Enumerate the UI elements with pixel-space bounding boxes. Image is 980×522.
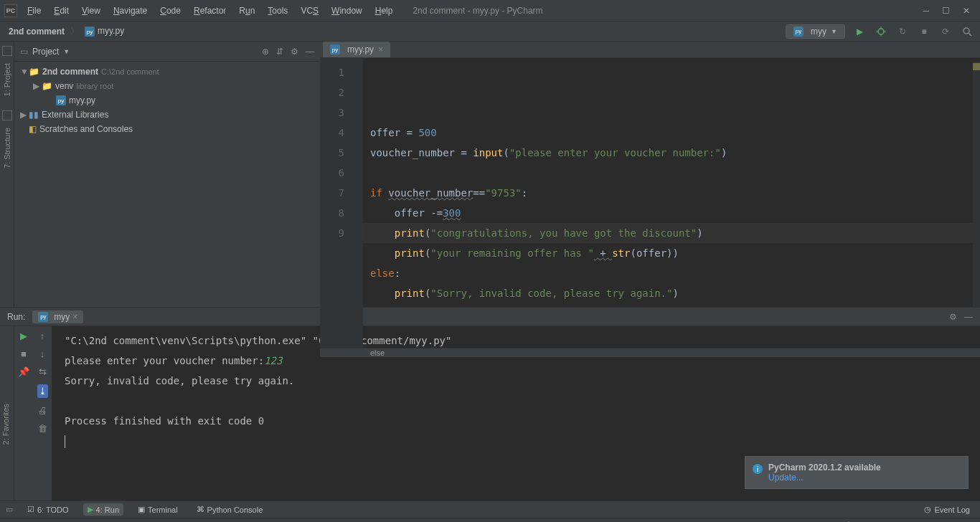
- tab-python-console[interactable]: ⌘Python Console: [192, 503, 268, 516]
- minimize-button[interactable]: ─: [923, 6, 929, 16]
- stop-button[interactable]: ■: [917, 24, 931, 39]
- svg-line-6: [969, 33, 971, 36]
- stripe-structure[interactable]: 7: Structure: [1, 122, 13, 174]
- breadcrumb-separator: 〉: [70, 25, 79, 37]
- project-tree[interactable]: ▼ 📁 2nd comment C:\2nd comment ▶ 📁 venv …: [14, 62, 320, 139]
- run-tab-label: myy: [54, 312, 70, 322]
- close-icon[interactable]: ×: [72, 312, 77, 322]
- menu-view[interactable]: View: [76, 3, 106, 19]
- notification-update-link[interactable]: Update...: [768, 473, 881, 483]
- toolbar-right: py myy ▼ ▶ ↻ ■ ⟳: [786, 24, 974, 39]
- menu-edit[interactable]: Edit: [48, 3, 75, 19]
- chevron-down-icon[interactable]: ▼: [63, 48, 70, 55]
- line-number-gutter: 123456789: [320, 58, 350, 348]
- notification-title: PyCharm 2020.1.2 available: [768, 462, 881, 473]
- breadcrumb: 2nd comment 〉 pymyy.py: [6, 24, 786, 39]
- menu-refactor[interactable]: Refactor: [188, 3, 232, 19]
- menu-help[interactable]: Help: [369, 3, 399, 19]
- bottom-tool-stripe: ▭ ☑6: TODO ▶4: Run ▣Terminal ⌘Python Con…: [0, 500, 980, 518]
- print-icon[interactable]: 🖨: [38, 405, 47, 416]
- status-bar: ▭ PyCharm 2020.1.2 available: // Update.…: [0, 518, 980, 522]
- window-title: 2nd comment - myy.py - PyCharm: [413, 6, 923, 16]
- collapse-icon[interactable]: ⇵: [276, 47, 283, 57]
- run-button[interactable]: ▶: [852, 24, 867, 39]
- tab-event-log[interactable]: ◷Event Log: [920, 503, 974, 516]
- venv-label: venv: [55, 81, 73, 91]
- python-file-icon: py: [56, 95, 66, 105]
- menu-navigate[interactable]: Navigate: [108, 3, 153, 19]
- soft-wrap-icon[interactable]: ⇆: [39, 366, 47, 377]
- run-config-selector[interactable]: py myy ▼: [786, 24, 845, 39]
- tree-venv[interactable]: ▶ 📁 venv library root: [14, 79, 320, 93]
- chevron-down-icon: ▼: [831, 28, 837, 35]
- menu-file[interactable]: File: [22, 3, 47, 19]
- maximize-button[interactable]: ☐: [942, 6, 950, 16]
- file-name: myy.py: [69, 95, 95, 105]
- tree-scratches[interactable]: ◧ Scratches and Consoles: [14, 122, 320, 136]
- python-file-icon: py: [330, 44, 340, 54]
- run-with-coverage-button[interactable]: ↻: [895, 24, 910, 39]
- close-button[interactable]: ✕: [963, 6, 970, 16]
- down-icon[interactable]: ↓: [40, 348, 45, 359]
- hide-panel-icon[interactable]: —: [306, 47, 314, 57]
- run-config-name: myy: [811, 27, 826, 37]
- tree-arrow-collapsed[interactable]: ▶: [33, 81, 42, 91]
- project-panel-header: ▭ Project ▼ ⊕ ⇵ ⚙ —: [14, 42, 320, 62]
- editor-body[interactable]: 123456789 offer = 500voucher_number = in…: [320, 58, 980, 348]
- menu-tools[interactable]: Tools: [262, 3, 293, 19]
- left-tool-stripe: 1: Project 7: Structure: [0, 42, 14, 307]
- project-panel-title[interactable]: Project: [32, 47, 59, 57]
- warning-marker[interactable]: [973, 63, 980, 70]
- scroll-to-end-icon[interactable]: ⤓: [37, 384, 48, 398]
- stop-button[interactable]: ■: [21, 348, 27, 359]
- code-area[interactable]: offer = 500voucher_number = input("pleas…: [363, 58, 980, 348]
- tab-todo[interactable]: ☑6: TODO: [23, 503, 73, 516]
- breadcrumb-file[interactable]: pymyy.py: [82, 24, 127, 39]
- tab-run[interactable]: ▶4: Run: [83, 503, 123, 516]
- python-file-icon: py: [85, 27, 95, 37]
- editor-breadcrumb[interactable]: else: [320, 348, 980, 357]
- menu-code[interactable]: Code: [154, 3, 187, 19]
- main-area: 1: Project 7: Structure ▭ Project ▼ ⊕ ⇵ …: [0, 42, 980, 307]
- tree-arrow-expanded[interactable]: ▼: [20, 67, 29, 77]
- run-label: Run:: [7, 312, 25, 322]
- editor-tab-myy[interactable]: py myy.py ×: [323, 42, 390, 57]
- project-stripe-icon[interactable]: [2, 46, 12, 56]
- error-stripe[interactable]: [973, 62, 980, 307]
- menu-vcs[interactable]: VCS: [295, 3, 324, 19]
- locate-icon[interactable]: ⊕: [262, 47, 269, 57]
- tree-arrow-collapsed[interactable]: ▶: [20, 110, 29, 120]
- notification-balloon[interactable]: i PyCharm 2020.1.2 available Update...: [745, 456, 969, 489]
- python-icon: py: [793, 27, 804, 37]
- settings-icon[interactable]: ⚙: [291, 47, 298, 57]
- app-icon: PC: [4, 4, 17, 17]
- tree-file-myy[interactable]: py myy.py: [14, 93, 320, 108]
- tree-project-root[interactable]: ▼ 📁 2nd comment C:\2nd comment: [14, 65, 320, 79]
- bottom-stripe-icon[interactable]: ▭: [6, 505, 13, 514]
- tab-terminal[interactable]: ▣Terminal: [133, 503, 182, 516]
- titlebar: PC File Edit View Navigate Code Refactor…: [0, 0, 980, 22]
- gutter-marks: [350, 58, 363, 348]
- editor-tab-label: myy.py: [347, 44, 374, 54]
- scratch-icon: ◧: [29, 124, 37, 134]
- library-icon: ▮▮: [29, 110, 39, 120]
- menu-window[interactable]: Window: [326, 3, 368, 19]
- stripe-favorites[interactable]: 2: Favorites: [0, 398, 11, 450]
- breadcrumb-project[interactable]: 2nd comment: [6, 25, 67, 38]
- structure-stripe-icon[interactable]: [2, 110, 12, 120]
- search-everywhere-button[interactable]: [960, 24, 974, 39]
- close-icon[interactable]: ×: [378, 44, 383, 54]
- pin-icon[interactable]: 📌: [18, 366, 29, 377]
- debug-button[interactable]: [874, 24, 888, 39]
- update-project-button[interactable]: ⟳: [938, 24, 953, 39]
- run-tab-myy[interactable]: py myy ×: [32, 310, 83, 323]
- up-icon[interactable]: ↑: [40, 331, 45, 341]
- project-path: C:\2nd comment: [101, 67, 159, 76]
- tree-external-libs[interactable]: ▶ ▮▮ External Libraries: [14, 108, 320, 122]
- menu-run[interactable]: Run: [233, 3, 260, 19]
- clear-all-icon[interactable]: 🗑: [38, 423, 47, 434]
- menubar: File Edit View Navigate Code Refactor Ru…: [22, 3, 398, 19]
- stripe-project[interactable]: 1: Project: [1, 57, 13, 102]
- rerun-button[interactable]: ▶: [20, 331, 27, 341]
- external-libs-label: External Libraries: [42, 110, 108, 120]
